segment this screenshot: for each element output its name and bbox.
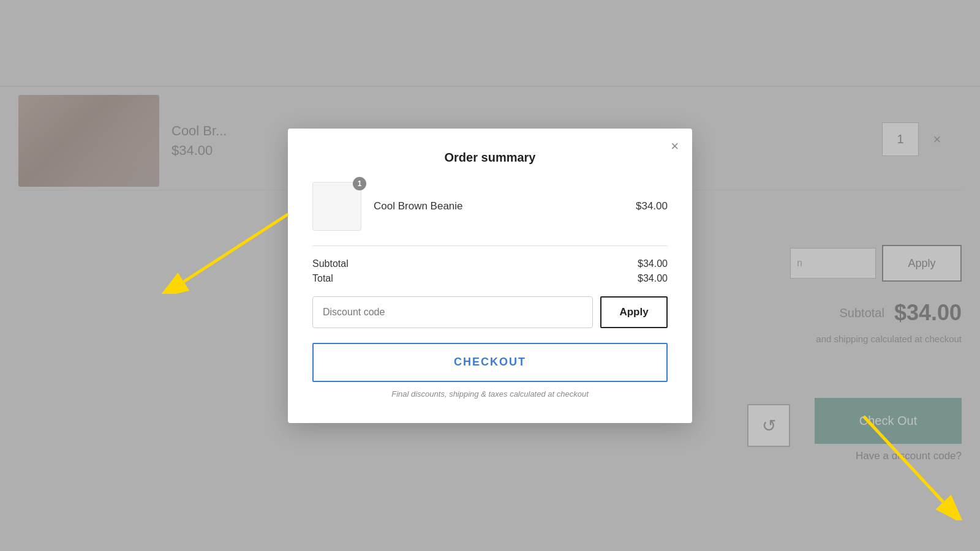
product-quantity-badge: 1	[353, 177, 366, 190]
modal-overlay: × Order summary 1 Cool Brown Beanie $34.…	[0, 0, 980, 551]
discount-section: Apply	[312, 296, 668, 328]
apply-discount-button[interactable]: Apply	[600, 296, 668, 328]
total-row: Total $34.00	[312, 273, 668, 284]
subtotal-label: Subtotal	[312, 258, 349, 269]
modal-title: Order summary	[312, 151, 668, 165]
subtotal-row: Subtotal $34.00	[312, 258, 668, 269]
product-thumbnail	[312, 182, 361, 231]
modal-close-button[interactable]: ×	[671, 140, 679, 153]
total-label: Total	[312, 273, 333, 284]
modal-product-item: 1 Cool Brown Beanie $34.00	[312, 182, 668, 231]
modal-product-name: Cool Brown Beanie	[374, 200, 624, 212]
modal-divider	[312, 246, 668, 246]
product-thumb-wrapper: 1	[312, 182, 361, 231]
checkout-button[interactable]: CHECKOUT	[312, 343, 668, 382]
subtotal-value: $34.00	[638, 258, 668, 269]
total-value: $34.00	[638, 273, 668, 284]
discount-code-input[interactable]	[312, 296, 593, 328]
order-summary-modal: × Order summary 1 Cool Brown Beanie $34.…	[288, 129, 692, 423]
modal-product-price: $34.00	[636, 200, 668, 212]
checkout-note: Final discounts, shipping & taxes calcul…	[312, 389, 668, 399]
